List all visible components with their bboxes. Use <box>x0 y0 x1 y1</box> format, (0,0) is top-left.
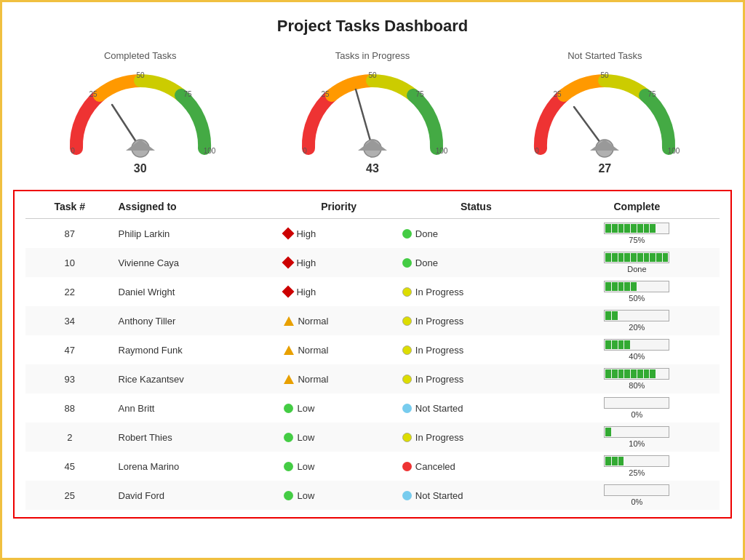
priority-label: Normal <box>298 316 328 327</box>
progress-seg-filled <box>631 224 637 233</box>
gauge-completed-label: Completed Tasks <box>104 50 176 61</box>
progress-bar <box>604 484 669 496</box>
progress-seg-filled <box>656 253 662 262</box>
progress-seg-empty <box>637 282 643 291</box>
table-row: 25 David Ford Low Not Started 0% <box>25 481 720 510</box>
col-header-priority: Priority <box>279 195 397 219</box>
status-label: Done <box>415 257 438 268</box>
progress-seg-empty <box>656 399 662 407</box>
complete-cell: 0% <box>554 481 720 510</box>
priority-cell: High <box>279 277 397 306</box>
gauge-inprogress-dial: 0 25 50 75 100 <box>292 65 453 159</box>
svg-text:50: 50 <box>368 71 377 79</box>
svg-marker-23 <box>590 140 619 151</box>
status-label: Done <box>415 228 438 239</box>
progress-seg-empty <box>644 486 650 495</box>
gauge-notstarted-label: Not Started Tasks <box>567 50 642 61</box>
progress-seg-empty <box>624 457 630 465</box>
progress-seg-filled <box>605 369 611 378</box>
progress-seg-empty <box>618 428 624 436</box>
table-row: 34 Anthony Tiller Normal In Progress 20% <box>25 306 720 335</box>
pct-label: Done <box>627 265 646 273</box>
progress-seg-filled <box>612 457 618 465</box>
task-number: 25 <box>25 481 114 510</box>
low-priority-icon <box>284 491 293 500</box>
assigned-to: Anthony Tiller <box>114 306 280 335</box>
normal-priority-icon <box>284 316 294 326</box>
progress-seg-empty <box>656 224 662 233</box>
progress-seg-filled <box>644 369 650 378</box>
status-cell: Not Started <box>398 481 554 510</box>
progress-seg-filled <box>618 369 624 378</box>
progress-seg-empty <box>618 486 624 495</box>
progress-seg-filled <box>605 282 611 291</box>
progress-seg-filled <box>624 253 630 262</box>
progress-seg-filled <box>612 282 618 291</box>
progress-seg-empty <box>631 399 637 407</box>
high-priority-icon <box>282 228 295 240</box>
svg-text:25: 25 <box>554 90 562 98</box>
progress-seg-empty <box>612 486 618 495</box>
gauge-completed-svg: 0 25 50 75 100 <box>60 65 220 159</box>
progress-bar <box>604 426 669 438</box>
priority-label: High <box>296 228 316 239</box>
canceled-status-icon <box>402 462 412 471</box>
status-cell: Done <box>398 219 554 249</box>
progress-wrap: 0% <box>559 397 715 419</box>
progress-seg-empty <box>644 428 650 436</box>
progress-seg-filled <box>605 340 611 349</box>
assigned-to: Lorena Marino <box>114 452 280 481</box>
progress-seg-filled <box>637 224 643 233</box>
progress-seg-filled <box>624 340 630 349</box>
complete-cell: 20% <box>554 306 720 335</box>
task-number: 2 <box>25 423 114 452</box>
priority-label: High <box>296 287 316 297</box>
status-label: Not Started <box>415 490 463 501</box>
assigned-to: Rice Kazantsev <box>114 364 280 393</box>
tasks-table: Task # Assigned to Priority Status Compl… <box>25 195 720 510</box>
task-number: 10 <box>25 248 114 277</box>
progress-bar <box>604 455 669 467</box>
gauge-notstarted-svg: 0 25 50 75 100 <box>525 65 685 159</box>
progress-seg-empty <box>631 428 637 436</box>
progress-seg-empty <box>663 311 669 320</box>
priority-cell: High <box>279 248 397 277</box>
svg-text:0: 0 <box>535 147 540 155</box>
assigned-to: Raymond Funk <box>114 335 280 364</box>
normal-priority-icon <box>284 375 294 384</box>
progress-seg-empty <box>624 486 630 495</box>
progress-seg-empty <box>605 486 611 495</box>
progress-seg-filled <box>650 369 656 378</box>
priority-cell: Low <box>279 393 397 423</box>
progress-seg-empty <box>650 282 656 291</box>
progress-bar <box>604 281 669 292</box>
progress-seg-empty <box>663 457 669 465</box>
progress-seg-empty <box>663 224 669 233</box>
priority-cell: Low <box>279 452 397 481</box>
col-header-task: Task # <box>25 195 114 219</box>
inprogress-status-icon <box>402 375 412 384</box>
task-number: 45 <box>25 452 114 481</box>
progress-seg-filled <box>612 224 618 233</box>
priority-cell: Normal <box>279 364 397 393</box>
progress-seg-filled <box>644 224 650 233</box>
progress-bar <box>604 310 669 321</box>
priority-cell: Normal <box>279 335 397 364</box>
complete-cell: 75% <box>554 219 720 249</box>
progress-seg-empty <box>656 369 662 378</box>
progress-wrap: 10% <box>559 426 715 448</box>
svg-text:25: 25 <box>89 90 97 98</box>
inprogress-status-icon <box>402 345 412 355</box>
progress-seg-empty <box>612 428 618 436</box>
progress-seg-filled <box>631 282 637 291</box>
progress-seg-filled <box>618 253 624 262</box>
assigned-to: Daniel Wright <box>114 277 280 306</box>
task-number: 47 <box>25 335 114 364</box>
priority-label: Low <box>297 432 314 443</box>
priority-label: High <box>296 257 316 268</box>
svg-text:0: 0 <box>71 147 75 155</box>
progress-seg-empty <box>650 428 656 436</box>
progress-seg-filled <box>605 457 611 465</box>
progress-seg-filled <box>624 282 630 291</box>
assigned-to: Vivienne Caya <box>114 248 280 277</box>
